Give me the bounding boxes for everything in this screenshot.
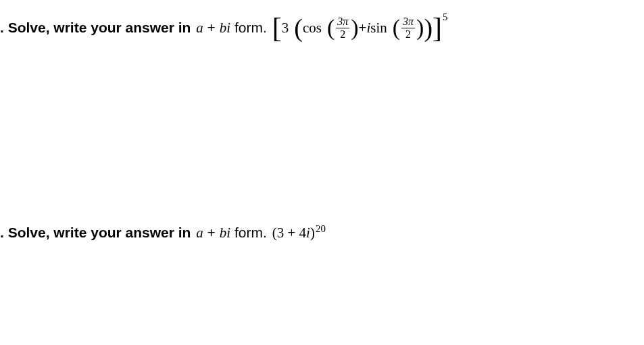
math-expression-2: (3 + 4i)20 [272,225,326,242]
prompt-suffix: form. [230,20,267,35]
prompt-text-1: . Solve, write your answer in a + bi for… [0,20,267,37]
frac-denominator-1: 2 [339,28,347,41]
sin-function: sin [370,20,387,37]
var-bi-2: bi [220,225,230,241]
paren-inner-left-2: ( [393,16,400,39]
prompt-prefix-2: . Solve, write your answer in [0,225,195,240]
problem-2: . Solve, write your answer in a + bi for… [0,225,644,242]
frac-numerator-1: 3π [336,16,349,28]
cos-function: cos [303,20,322,37]
plus-text-2: + [203,225,220,240]
frac-numerator-2: 3π [401,16,415,28]
plus-text: + [203,20,220,35]
fraction-1: 3π 2 [336,16,349,40]
paren-inner-right-1: ) [351,16,358,39]
prompt-text-2: . Solve, write your answer in a + bi for… [0,225,267,242]
prompt-prefix: . Solve, write your answer in [0,20,195,35]
exponent-1: 5 [443,12,448,23]
bracket-left: [ [272,14,282,42]
exponent-2: 20 [316,223,326,235]
bracket-right: ] [432,14,442,42]
math-expression-1: [ 3 ( cos ( 3π 2 ) + i sin ( 3π 2 ) ) ] … [272,14,448,42]
problem-1: . Solve, write your answer in a + bi for… [0,14,644,42]
frac-denominator-2: 2 [404,28,412,41]
var-bi: bi [220,20,230,36]
var-a-2: a [196,225,203,241]
paren-outer-left: ( [294,15,303,41]
paren-inner-left-1: ( [327,16,335,39]
prompt-suffix-2: form. [230,225,267,240]
coefficient: 3 [282,20,289,37]
fraction-2: 3π 2 [401,16,415,40]
paren-left-2: ( [272,225,277,242]
term: 3 + 4 [277,225,306,242]
paren-inner-right-2: ) [416,16,424,39]
plus-operator: + [359,20,367,37]
paren-right-2: ) [310,225,315,242]
paren-outer-right: ) [424,15,432,41]
var-a: a [196,20,203,36]
